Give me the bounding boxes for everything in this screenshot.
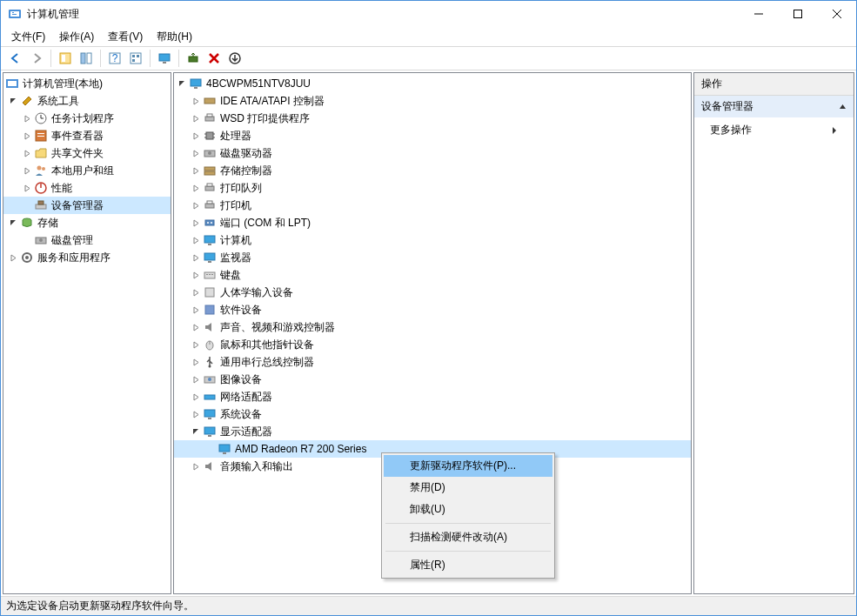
ctx-disable[interactable]: 禁用(D) — [384, 477, 552, 499]
update-driver-button[interactable] — [225, 49, 244, 68]
expand-icon[interactable] — [21, 182, 34, 195]
collapse-icon[interactable] — [176, 77, 189, 90]
menu-view[interactable]: 查看(V) — [101, 28, 150, 46]
expand-icon[interactable] — [190, 199, 203, 212]
device-monitors[interactable]: 监视器 — [174, 249, 691, 266]
expand-icon[interactable] — [190, 304, 203, 317]
expand-icon[interactable] — [190, 460, 203, 473]
collapse-section-icon[interactable] — [839, 103, 847, 110]
svg-point-33 — [42, 167, 45, 171]
forward-button[interactable] — [27, 49, 46, 68]
svg-rect-56 — [204, 171, 215, 175]
device-root[interactable]: 4BCWPM51NTV8JUU — [174, 75, 691, 92]
device-imaging[interactable]: 图像设备 — [174, 371, 691, 388]
expand-icon[interactable] — [7, 251, 20, 264]
device-network[interactable]: 网络适配器 — [174, 388, 691, 405]
device-ports[interactable]: 端口 (COM 和 LPT) — [174, 214, 691, 231]
collapse-icon[interactable] — [7, 217, 20, 230]
device-ide[interactable]: IDE ATA/ATAPI 控制器 — [174, 92, 691, 110]
expand-icon[interactable] — [21, 112, 34, 125]
expand-icon[interactable] — [190, 217, 203, 230]
device-wsd[interactable]: WSD 打印提供程序 — [174, 110, 691, 127]
expand-icon[interactable] — [190, 164, 203, 177]
device-system[interactable]: 系统设备 — [174, 405, 691, 423]
device-software[interactable]: 软件设备 — [174, 301, 691, 318]
expand-icon[interactable] — [190, 408, 203, 421]
tree-disk-management[interactable]: 磁盘管理 — [3, 231, 171, 249]
device-usb[interactable]: 通用串行总线控制器 — [174, 353, 691, 371]
minimize-button[interactable] — [739, 1, 778, 27]
view-toolbar-button[interactable] — [126, 49, 145, 68]
expand-icon[interactable] — [21, 164, 34, 177]
tree-root[interactable]: 计算机管理(本地) — [3, 75, 171, 92]
back-button[interactable] — [6, 49, 25, 68]
actions-section[interactable]: 设备管理器 — [694, 96, 854, 117]
tree-device-manager[interactable]: 设备管理器 — [3, 197, 171, 214]
expand-icon[interactable] — [190, 269, 203, 282]
ctx-properties[interactable]: 属性(R) — [384, 554, 552, 576]
expand-icon[interactable] — [190, 356, 203, 369]
device-tree[interactable]: 4BCWPM51NTV8JUU IDE ATA/ATAPI 控制器 WSD 打印… — [174, 73, 691, 477]
expand-icon[interactable] — [190, 182, 203, 195]
ctx-update-driver[interactable]: 更新驱动程序软件(P)... — [384, 455, 552, 477]
properties-toolbar-button[interactable] — [77, 49, 96, 68]
device-storage-ctl[interactable]: 存储控制器 — [174, 162, 691, 179]
scan-hardware-button[interactable] — [184, 49, 203, 68]
tree-storage[interactable]: 存储 — [3, 214, 171, 231]
tree-task-scheduler[interactable]: 任务计划程序 — [3, 110, 171, 127]
expand-icon[interactable] — [190, 147, 203, 160]
menu-action[interactable]: 操作(A) — [52, 28, 101, 46]
tree-services[interactable]: 服务和应用程序 — [3, 249, 171, 266]
actions-more[interactable]: 更多操作 — [694, 117, 854, 143]
device-computer[interactable]: 计算机 — [174, 231, 691, 249]
device-cpu[interactable]: 处理器 — [174, 127, 691, 144]
console-tree[interactable]: 计算机管理(本地) 系统工具 任务计划程序 事件查看器 — [3, 73, 171, 268]
svg-rect-20 — [189, 57, 198, 62]
imaging-icon — [203, 372, 217, 386]
expand-icon[interactable] — [190, 95, 203, 108]
toolbar-separator — [150, 50, 151, 67]
close-button[interactable] — [817, 1, 856, 27]
expand-icon[interactable] — [190, 338, 203, 352]
expand-icon[interactable] — [21, 147, 34, 160]
ctx-uninstall[interactable]: 卸载(U) — [384, 499, 552, 520]
device-print-queues[interactable]: 打印队列 — [174, 179, 691, 197]
tree-performance[interactable]: 性能 — [3, 179, 171, 197]
expand-icon[interactable] — [190, 112, 203, 125]
disk-icon — [203, 146, 217, 160]
uninstall-button[interactable] — [204, 49, 224, 68]
svg-point-32 — [37, 166, 42, 171]
menu-file[interactable]: 文件(F) — [4, 28, 52, 46]
expand-icon[interactable] — [190, 373, 203, 386]
printer-icon — [203, 111, 217, 125]
device-hid[interactable]: 人体学输入设备 — [174, 284, 691, 301]
tree-event-viewer[interactable]: 事件查看器 — [3, 127, 171, 144]
monitor-icon-button[interactable] — [155, 49, 174, 68]
system-icon — [203, 407, 217, 421]
tree-shared-folders[interactable]: 共享文件夹 — [3, 144, 171, 162]
expand-icon[interactable] — [190, 391, 203, 404]
device-keyboards[interactable]: 键盘 — [174, 266, 691, 284]
expand-icon[interactable] — [190, 234, 203, 247]
expand-icon[interactable] — [190, 130, 203, 143]
ctx-scan-hardware[interactable]: 扫描检测硬件改动(A) — [384, 526, 552, 548]
expand-icon[interactable] — [190, 251, 203, 264]
device-mice[interactable]: 鼠标和其他指针设备 — [174, 336, 691, 353]
menu-help[interactable]: 帮助(H) — [150, 28, 199, 46]
device-printers[interactable]: 打印机 — [174, 197, 691, 214]
ctx-separator — [385, 523, 551, 524]
device-sound[interactable]: 声音、视频和游戏控制器 — [174, 318, 691, 336]
expand-icon[interactable] — [21, 130, 34, 143]
collapse-icon[interactable] — [190, 425, 203, 439]
help-button[interactable]: ? — [105, 49, 124, 68]
expand-icon[interactable] — [190, 286, 203, 299]
tree-local-users[interactable]: 本地用户和组 — [3, 162, 171, 179]
expand-icon[interactable] — [190, 321, 203, 334]
computer-icon — [203, 233, 217, 247]
device-disk-drives[interactable]: 磁盘驱动器 — [174, 144, 691, 162]
show-hide-tree-button[interactable] — [56, 49, 75, 68]
device-display[interactable]: 显示适配器 — [174, 423, 691, 440]
tree-system-tools[interactable]: 系统工具 — [3, 92, 171, 110]
maximize-button[interactable] — [778, 1, 817, 27]
collapse-icon[interactable] — [7, 95, 20, 108]
